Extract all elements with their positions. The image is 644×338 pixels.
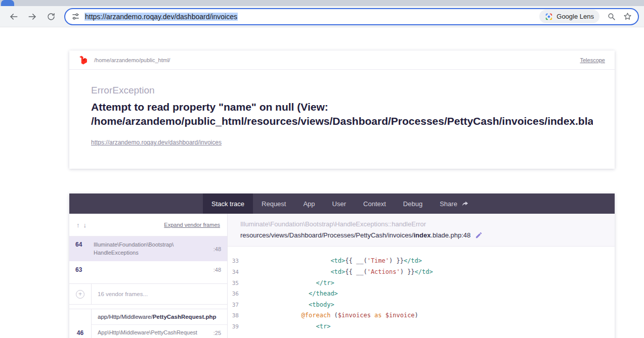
back-button[interactable]: [5, 8, 22, 25]
line-number: 38: [230, 310, 239, 321]
code-text: </tr>: [243, 278, 334, 289]
code-text: <tr>: [243, 321, 330, 332]
forward-button[interactable]: [24, 8, 41, 25]
line-number: 34: [230, 267, 239, 278]
stack-trace-card: Stack trace Request App User Context Deb…: [69, 194, 615, 338]
back-arrow-icon: [9, 12, 19, 22]
frame-up-icon[interactable]: ↑: [76, 221, 80, 229]
file-gutter: [69, 309, 92, 325]
frame-class: App\Http\Middleware\PettyCashRequest: [98, 329, 213, 336]
tab-context[interactable]: Context: [355, 194, 395, 214]
code-text: <td>{{ __('Actions') }}</td>: [243, 267, 433, 278]
error-card-header: /home/arzandemo/public_html/ Telescope: [69, 51, 615, 70]
frame-class: Illuminate\Foundation\Bootstrap\ HandleE…: [94, 241, 213, 257]
vendor-frames-toggle[interactable]: + 16 vendor frames...: [69, 283, 227, 305]
code-line: 37 <tbody>: [228, 300, 615, 311]
reload-button[interactable]: [42, 8, 60, 25]
code-line: 36 </thead>: [228, 288, 615, 300]
code-line: 39 <tr>: [228, 321, 615, 332]
google-lens-icon: [545, 13, 553, 21]
browser-tab[interactable]: [1, 0, 14, 6]
frame-file-path-dir: app/Http/Middleware/: [98, 314, 153, 320]
line-number: 36: [230, 288, 239, 300]
trace-tab-bar: Stack trace Request App User Context Deb…: [69, 194, 615, 214]
bookmark-star-icon[interactable]: [623, 12, 632, 21]
code-lines: 33 <td>{{ __('Time') }}</td>34 <td>{{ __…: [228, 247, 615, 332]
tab-debug[interactable]: Debug: [395, 194, 431, 214]
frame-gutter: 46: [69, 325, 92, 338]
frame-method: Illuminate\Foundation\Bootstrap\HandleEx…: [240, 220, 602, 228]
line-number: 35: [230, 278, 239, 289]
frame-file-header: app/Http/Middleware/PettyCashRequest.php: [69, 309, 227, 325]
code-header: Illuminate\Foundation\Bootstrap\HandleEx…: [228, 214, 615, 247]
error-card-body: ErrorException Attempt to read property …: [69, 70, 615, 169]
stack-frame-64[interactable]: 64 Illuminate\Foundation\Bootstrap\ Hand…: [69, 236, 227, 261]
laravel-logo-icon: [79, 56, 88, 65]
expand-plus-icon[interactable]: +: [76, 290, 84, 299]
frame-number: 64: [75, 241, 94, 257]
tab-share-label: Share: [440, 200, 457, 208]
edit-pencil-icon[interactable]: [475, 231, 483, 239]
line-number: 33: [230, 256, 239, 267]
frames-spacer: [69, 278, 227, 283]
code-file-path: resources/views/Dashboard/Processes/Pett…: [240, 231, 602, 239]
exception-message: Attempt to read property "name" on null …: [91, 100, 593, 128]
request-url-link[interactable]: https://arzandemo.roqay.dev/dashboard/in…: [91, 139, 222, 146]
frame-line-number: :48: [213, 246, 221, 252]
stack-frames-panel: ↑ ↓ Expand vendor frames 64 Illuminate\F…: [69, 214, 228, 338]
google-lens-label: Google Lens: [556, 13, 594, 20]
code-file-suffix: .blade.php:48: [431, 231, 470, 239]
error-card: /home/arzandemo/public_html/ Telescope E…: [69, 51, 615, 169]
stack-frame-46[interactable]: 46 App\Http\Middleware\PettyCashRequest …: [69, 325, 227, 338]
stack-frame-63[interactable]: 63 :48: [69, 261, 227, 278]
code-file-prefix: resources/views/Dashboard/Processes/Pett…: [240, 231, 413, 239]
frame-down-icon[interactable]: ↓: [83, 221, 87, 229]
project-path: /home/arzandemo/public_html/: [94, 57, 170, 63]
frames-toolbar: ↑ ↓ Expand vendor frames: [69, 214, 227, 236]
expand-vendor-frames-link[interactable]: Expand vendor frames: [164, 222, 220, 228]
exception-message-line2: /home/arzandemo/public_html/resources/vi…: [91, 114, 593, 128]
code-line: 38 @foreach ($invoices as $invoice): [228, 310, 615, 321]
browser-toolbar: https://arzandemo.roqay.dev/dashboard/in…: [0, 6, 644, 27]
vendor-frames-label: 16 vendor frames...: [92, 291, 148, 297]
tab-share[interactable]: Share: [431, 194, 478, 214]
frame-line-number: :25: [213, 330, 221, 336]
address-bar[interactable]: https://arzandemo.roqay.dev/dashboard/in…: [64, 8, 639, 25]
google-lens-button[interactable]: Google Lens: [539, 10, 599, 23]
browser-tab-strip: [0, 0, 644, 6]
code-file-name: index: [413, 231, 431, 239]
frame-file-group: app/Http/Middleware/PettyCashRequest.php…: [69, 309, 227, 338]
frame-line-number: :48: [213, 267, 221, 273]
telescope-link[interactable]: Telescope: [580, 57, 605, 63]
share-icon: [461, 200, 469, 208]
url-text[interactable]: https://arzandemo.roqay.dev/dashboard/in…: [84, 13, 533, 21]
forward-arrow-icon: [27, 12, 37, 22]
frame-number: 46: [77, 329, 83, 336]
frame-class-line1: Illuminate\Foundation\Bootstrap\: [94, 242, 174, 248]
reload-icon: [47, 12, 56, 21]
frame-class: [94, 266, 213, 273]
frame-number: 63: [75, 266, 94, 273]
url-value[interactable]: https://arzandemo.roqay.dev/dashboard/in…: [84, 13, 238, 21]
code-text: <td>{{ __('Time') }}</td>: [243, 256, 422, 267]
tab-user[interactable]: User: [324, 194, 355, 214]
code-text: </thead>: [243, 288, 338, 300]
vendor-gutter: +: [69, 284, 92, 304]
line-number: 39: [230, 321, 239, 332]
site-settings-icon[interactable]: [71, 12, 80, 21]
code-line: 34 <td>{{ __('Actions') }}</td>: [228, 267, 615, 278]
exception-class: ErrorException: [91, 85, 593, 96]
frame-file-path-name: PettyCashRequest.php: [153, 314, 217, 320]
page: /home/arzandemo/public_html/ Telescope E…: [0, 27, 644, 338]
exception-message-line1: Attempt to read property "name" on null …: [91, 100, 593, 114]
zoom-icon[interactable]: [607, 12, 616, 21]
code-text: @foreach ($invoices as $invoice): [243, 310, 418, 321]
code-line: 35 </tr>: [228, 278, 615, 289]
frame-file-path: app/Http/Middleware/PettyCashRequest.php: [92, 309, 227, 325]
line-number: 37: [230, 300, 239, 311]
tab-stack-trace[interactable]: Stack trace: [203, 194, 253, 214]
tab-request[interactable]: Request: [253, 194, 294, 214]
tab-app[interactable]: App: [294, 194, 323, 214]
code-text: <tbody>: [243, 300, 334, 311]
code-line: 33 <td>{{ __('Time') }}</td>: [228, 256, 615, 267]
